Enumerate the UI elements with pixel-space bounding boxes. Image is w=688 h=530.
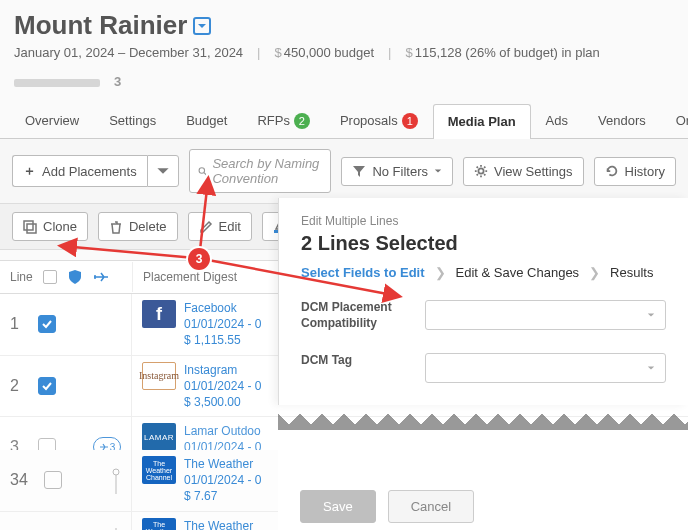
chevron-right-icon: ❯ [435,265,446,280]
vendor-logo-instagram: Instagram [142,362,176,390]
annotation-badge: 3 [188,248,210,270]
vendor-logo-weather: TheWeatherChannel [142,456,176,484]
filter-icon [352,164,366,178]
chevron-down-icon [647,364,655,372]
step-select-fields[interactable]: Select Fields to Edit [301,265,425,280]
chevron-down-icon [647,311,655,319]
add-placements-caret[interactable] [147,155,179,187]
row-number: 1 [10,315,28,333]
panel-subtitle: Edit Multiple Lines [301,214,666,228]
budget-text: $450,000 budget [275,45,375,60]
tabs: Overview Settings Budget RFPs2 Proposals… [0,103,688,139]
search-icon [198,164,207,178]
rfps-badge: 2 [294,113,310,129]
tab-overview[interactable]: Overview [10,103,94,138]
add-placements-button[interactable]: ＋Add Placements [12,155,147,187]
edit-button[interactable]: Edit [188,212,252,241]
row-checkbox[interactable] [44,471,62,489]
field-label-dcm-tag: DCM Tag [301,353,411,369]
gear-icon [474,164,488,178]
page-title: Mount Rainier [14,10,187,41]
date-range: January 01, 2024 – December 31, 2024 [14,45,243,60]
tab-proposals[interactable]: Proposals1 [325,103,433,138]
svg-line-1 [204,173,206,175]
vendor-logo-lamar: LAMAR [142,423,176,451]
edit-panel: Edit Multiple Lines 2 Lines Selected Sel… [278,198,688,405]
budget-progress-bar [14,79,100,87]
separator: | [388,45,391,60]
trash-icon [109,220,123,234]
history-icon [605,164,619,178]
select-all-checkbox[interactable] [43,270,57,284]
tab-vendors[interactable]: Vendors [583,103,661,138]
svg-point-0 [199,168,204,173]
tab-media-plan[interactable]: Media Plan [433,104,531,139]
placement-digest[interactable]: Instagram 01/01/2024 - 0 $ 3,500.00 [184,362,261,411]
tab-settings[interactable]: Settings [94,103,171,138]
dcm-compat-select[interactable] [425,300,666,330]
table-row[interactable]: 34 TheWeatherChannel The Weather 01/01/2… [0,450,280,512]
trailing-count: 3 [114,74,121,89]
filters-button[interactable]: No Filters [341,157,453,186]
separator: | [257,45,260,60]
tab-rfps[interactable]: RFPs2 [242,103,325,138]
chevron-down-icon [434,167,442,175]
plane-icon[interactable] [93,269,109,285]
view-settings-button[interactable]: View Settings [463,157,584,186]
svg-point-11 [113,469,119,475]
vendor-logo-facebook: f [142,300,176,328]
pencil-icon [199,220,213,234]
cancel-button[interactable]: Cancel [388,490,474,523]
delete-button[interactable]: Delete [98,212,178,241]
svg-rect-4 [27,224,36,233]
history-button[interactable]: History [594,157,676,186]
row-connector-icon [111,466,121,494]
row-number: 2 [10,377,28,395]
placement-digest[interactable]: Facebook 01/01/2024 - 0 $ 1,115.55 [184,300,261,349]
row-checkbox[interactable] [38,315,56,333]
torn-edge [278,408,688,430]
svg-point-2 [478,168,483,173]
placement-digest[interactable]: The Weather 01/01/2024 - 0 $ 7.67 [184,456,261,505]
tab-budget[interactable]: Budget [171,103,242,138]
dcm-tag-select[interactable] [425,353,666,383]
title-dropdown-icon[interactable] [193,17,211,35]
proposals-badge: 1 [402,113,418,129]
field-label-dcm-compat: DCM Placement Compatibility [301,300,411,331]
panel-footer: Save Cancel [278,480,688,530]
svg-rect-3 [24,221,33,230]
table-row[interactable]: 35 TheWeatherChannel The Weather 01/01/2… [0,512,280,530]
tab-ads[interactable]: Ads [531,103,583,138]
tab-orders[interactable]: Orders [661,103,688,138]
row-number: 34 [10,471,34,489]
step-results: Results [610,265,653,280]
row-checkbox[interactable] [38,377,56,395]
search-input[interactable]: Search by Naming Convention [189,149,332,193]
save-button[interactable]: Save [300,490,376,523]
step-edit-save: Edit & Save Changes [456,265,580,280]
shield-icon[interactable] [67,269,83,285]
placement-digest[interactable]: The Weather 01/01/2024 - 0 $ 7.67 [184,518,261,530]
vendor-logo-weather: TheWeatherChannel [142,518,176,530]
chevron-right-icon: ❯ [589,265,600,280]
clone-icon [23,220,37,234]
in-plan-text: $115,128 (26% of budget) in plan [406,45,600,60]
panel-title: 2 Lines Selected [301,232,666,255]
clone-button[interactable]: Clone [12,212,88,241]
column-line-header[interactable]: Line [10,270,33,284]
